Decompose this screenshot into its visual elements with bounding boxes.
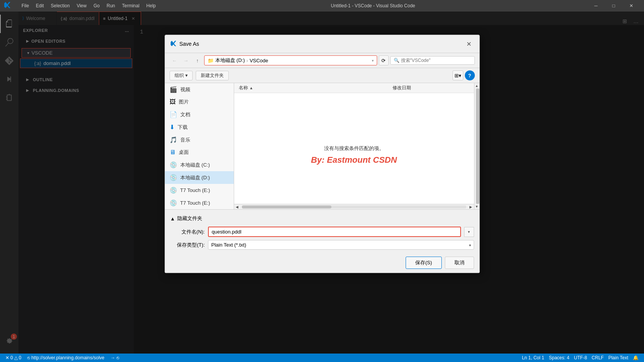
sidebar-music-label: 音乐 <box>180 137 190 143</box>
dialog-navbar: ← → ↑ 📁 本地磁盘 (D:) › VSCode ▾ ⟳ 🔍 <box>165 53 479 68</box>
statusbar: ✕ 0 △ 0 ⎋ http://solver.planning.domains… <box>0 354 644 362</box>
close-button[interactable]: ✕ <box>622 0 640 12</box>
encoding-text: UTF-8 <box>574 355 587 360</box>
picture-icon: 🖼 <box>170 98 176 105</box>
nav-back-button[interactable]: ← <box>170 55 180 65</box>
vertical-scrollbar[interactable]: ▲ ▼ <box>474 83 479 209</box>
cancel-button[interactable]: 取消 <box>445 257 474 269</box>
column-name-label: 名称 <box>239 85 248 91</box>
status-encoding[interactable]: UTF-8 <box>572 354 589 362</box>
breadcrumb-folder-name: VSCode <box>250 58 268 63</box>
sidebar-pictures-label: 图片 <box>179 98 189 105</box>
scroll-right-icon[interactable]: ▶ <box>468 204 474 210</box>
spaces-text: Spaces: 4 <box>549 355 569 360</box>
status-url[interactable]: ⎋ http://solver.planning.domains/solve <box>25 354 107 362</box>
vscode-logo-icon <box>4 2 11 10</box>
status-position[interactable]: Ln 1, Col 1 <box>519 354 546 362</box>
breadcrumb-drive: 本地磁盘 (D:) <box>215 57 245 64</box>
status-url-text: http://solver.planning.domains/solve <box>31 355 104 360</box>
sidebar-desktop[interactable]: 🖥 桌面 <box>165 146 234 158</box>
drive-e2-icon: 💿 <box>170 199 177 207</box>
breadcrumb-dropdown-icon[interactable]: ▾ <box>372 58 374 63</box>
sidebar-drive-d-label: 本地磁盘 (D:) <box>180 174 210 181</box>
organize-arrow-icon: ▾ <box>185 73 188 78</box>
sidebar-drive-d[interactable]: 💿 本地磁盘 (D:) <box>165 171 234 184</box>
help-button[interactable]: ? <box>465 70 475 80</box>
sidebar-downloads-label: 下载 <box>178 124 188 131</box>
status-spaces[interactable]: Spaces: 4 <box>546 354 571 362</box>
search-box: 🔍 <box>390 56 475 65</box>
dialog-main-panel: 名称 ▲ 修改日期 没有与搜索条件匹配的项。 By: Eastmount CSD… <box>234 83 479 209</box>
column-name[interactable]: 名称 ▲ <box>239 85 393 91</box>
link-icon: ⎋ <box>27 355 30 360</box>
save-button[interactable]: 保存(S) <box>406 257 441 269</box>
sidebar-pictures[interactable]: 🖼 图片 <box>165 96 234 108</box>
filename-input[interactable] <box>208 227 461 237</box>
vertical-scrollbar-thumb <box>476 88 479 204</box>
nav-up-button[interactable]: ↑ <box>193 55 203 65</box>
download-icon: ⬇ <box>170 123 175 131</box>
file-list-header: 名称 ▲ 修改日期 <box>234 83 474 93</box>
sidebar-drive-c-label: 本地磁盘 (C:) <box>180 162 210 168</box>
status-notifications[interactable]: 🔔 <box>631 354 641 362</box>
breadcrumb-separator: › <box>246 58 248 63</box>
file-list-body: 没有与搜索条件匹配的项。 By: Eastmount CSDN <box>234 93 474 204</box>
music-icon: 🎵 <box>170 136 177 143</box>
filename-row: 文件名(N): ▾ <box>170 227 474 237</box>
nav-forward-button[interactable]: → <box>181 55 191 65</box>
sidebar-drive-e2[interactable]: 💿 T7 Touch (E:) <box>165 197 234 209</box>
view-toggle-button[interactable]: ⊞ ▾ <box>453 70 463 80</box>
scroll-down-icon[interactable]: ▼ <box>475 205 479 209</box>
drive-d-icon: 💿 <box>170 174 177 181</box>
status-sync[interactable]: → ⎋ <box>108 354 121 362</box>
empty-message: 没有与搜索条件匹配的项。 <box>324 145 384 152</box>
dialog-close-button[interactable]: ✕ <box>464 39 474 49</box>
menu-go[interactable]: Go <box>90 2 103 9</box>
sidebar-drive-e1[interactable]: 💿 T7 Touch (E:) <box>165 184 234 197</box>
menu-help[interactable]: Help <box>143 2 159 9</box>
filename-dropdown-button[interactable]: ▾ <box>464 227 474 237</box>
menu-selection[interactable]: Selection <box>48 2 73 9</box>
menu-run[interactable]: Run <box>103 2 118 9</box>
horizontal-scrollbar[interactable]: ◀ ▶ <box>234 204 474 209</box>
column-date[interactable]: 修改日期 <box>393 85 469 91</box>
new-folder-button[interactable]: 新建文件夹 <box>196 71 229 80</box>
scroll-up-icon[interactable]: ▲ <box>475 84 479 88</box>
error-count: 0 <box>10 355 13 360</box>
sidebar-downloads[interactable]: ⬇ 下载 <box>165 121 234 133</box>
breadcrumb-folder-icon: 📁 <box>208 58 214 63</box>
dialog-toolbar: 组织 ▾ 新建文件夹 ⊞ ▾ ? <box>165 68 479 83</box>
menu-edit[interactable]: Edit <box>33 2 47 9</box>
drive-e1-icon: 💿 <box>170 187 177 194</box>
sidebar-desktop-label: 桌面 <box>179 149 189 156</box>
dialog-titlebar: Save As ✕ <box>165 35 479 53</box>
menu-view[interactable]: View <box>73 2 90 9</box>
search-input[interactable] <box>401 58 471 63</box>
hide-folders-button[interactable]: ▲ 隐藏文件夹 <box>170 214 203 224</box>
notification-icon: 🔔 <box>633 355 639 360</box>
modal-overlay: Save As ✕ ← → ↑ 📁 本地磁盘 (D:) › VSCode ▾ ⟳… <box>0 12 644 354</box>
menu-terminal[interactable]: Terminal <box>119 2 142 9</box>
sync-icon: ⎋ <box>116 355 119 360</box>
scroll-left-icon[interactable]: ◀ <box>234 204 240 210</box>
sidebar-music[interactable]: 🎵 音乐 <box>165 133 234 146</box>
sync-arrow-icon: → <box>111 355 115 360</box>
view-icon: ⊞ <box>454 73 459 78</box>
organize-button[interactable]: 组织 ▾ <box>170 71 193 80</box>
sidebar-drive-c[interactable]: 💿 本地磁盘 (C:) <box>165 158 234 171</box>
status-line-ending[interactable]: CRLF <box>589 354 606 362</box>
desktop-icon: 🖥 <box>170 149 176 156</box>
sidebar-documents[interactable]: 📄 文档 <box>165 108 234 121</box>
maximize-button[interactable]: □ <box>605 0 622 12</box>
status-language[interactable]: Plain Text <box>606 354 631 362</box>
menu-file[interactable]: File <box>18 2 32 9</box>
breadcrumb-bar[interactable]: 📁 本地磁盘 (D:) › VSCode ▾ <box>204 55 377 65</box>
minimize-button[interactable]: ─ <box>587 0 605 12</box>
filetype-select[interactable]: Plain Text (*.txt) <box>208 240 474 250</box>
statusbar-right: Ln 1, Col 1 Spaces: 4 UTF-8 CRLF Plain T… <box>519 354 641 362</box>
nav-refresh-button[interactable]: ⟳ <box>379 55 389 65</box>
status-errors[interactable]: ✕ 0 △ 0 <box>3 354 23 362</box>
organize-label: 组织 <box>175 72 184 79</box>
sidebar-videos[interactable]: 🎬 视频 <box>165 83 234 96</box>
document-icon: 📄 <box>170 111 177 118</box>
